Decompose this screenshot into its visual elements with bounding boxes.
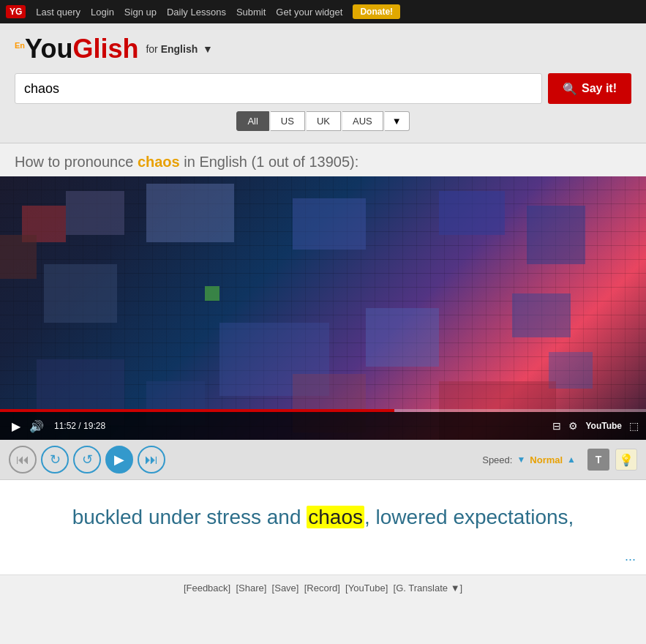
video-placeholder — [0, 176, 646, 440]
skip-forward-button[interactable]: ⏭ — [138, 446, 165, 473]
donate-button[interactable]: Donate! — [353, 4, 400, 19]
transcript-tools: T 💡 — [587, 449, 637, 471]
more-button[interactable]: ··· — [625, 552, 636, 567]
speed-value: Normal — [530, 454, 563, 465]
heading-word: chaos — [138, 154, 180, 170]
speed-up-button[interactable]: ▲ — [567, 454, 576, 465]
youtube-link[interactable]: [YouTube] — [345, 583, 388, 594]
video-right-controls: ⊟ ⚙ YouTube ⬚ — [552, 420, 639, 432]
logo: EnYouGlish — [15, 34, 138, 64]
language-label: English — [161, 43, 198, 55]
yg-logo-badge: YG — [6, 5, 26, 18]
search-row: 🔍 Say it! — [15, 73, 631, 104]
language-dropdown-arrow[interactable]: ▼ — [203, 43, 213, 55]
play-pause-button[interactable]: ▶ — [7, 419, 25, 433]
top-navbar: YG Last query Login Sign up Daily Lesson… — [0, 0, 646, 23]
search-input[interactable] — [15, 73, 542, 104]
submit-link[interactable]: Submit — [236, 7, 266, 18]
header: EnYouGlish for English ▼ 🔍 Say it! All U… — [0, 23, 646, 143]
video-container[interactable]: ▶ 🔊 11:52 / 19:28 ⊟ ⚙ YouTube ⬚ — [0, 176, 646, 440]
for-label: for — [146, 43, 157, 55]
filter-row: All US UK AUS ▼ — [15, 111, 631, 131]
widget-link[interactable]: Get your widget — [276, 7, 342, 18]
save-link[interactable]: [Save] — [272, 583, 299, 594]
say-it-button[interactable]: 🔍 Say it! — [548, 73, 631, 104]
feedback-link[interactable]: [Feedback] — [184, 583, 230, 594]
filter-all-button[interactable]: All — [236, 111, 268, 131]
filter-uk-button[interactable]: UK — [307, 111, 341, 131]
footer-links: [Feedback] [Share] [Save] [Record] [YouT… — [0, 575, 646, 601]
signup-link[interactable]: Sign up — [124, 7, 157, 18]
heading-suffix: in English (1 out of 13905): — [180, 154, 359, 170]
video-controls: ▶ 🔊 11:52 / 19:28 ⊟ ⚙ YouTube ⬚ — [0, 412, 646, 440]
language-selector[interactable]: for English ▼ — [146, 43, 213, 55]
record-link[interactable]: [Record] — [304, 583, 340, 594]
pronounce-heading: How to pronounce chaos in English (1 out… — [0, 143, 646, 176]
gtranslate-link[interactable]: [G. Translate ▼] — [394, 583, 463, 594]
speed-down-button[interactable]: ▼ — [517, 454, 525, 465]
subtitles-icon[interactable]: ⊟ — [552, 420, 561, 432]
skip-to-start-button[interactable]: ⏮ — [9, 446, 37, 473]
transcript-toggle-button[interactable]: T — [587, 449, 609, 471]
heading-prefix: How to pronounce — [15, 154, 138, 170]
login-link[interactable]: Login — [91, 7, 114, 18]
refresh-button[interactable]: ↺ — [73, 446, 101, 473]
video-section: ▶ 🔊 11:52 / 19:28 ⊟ ⚙ YouTube ⬚ — [0, 176, 646, 440]
transcript-before: buckled under stress and — [72, 506, 307, 528]
logo-area: EnYouGlish for English ▼ — [15, 34, 631, 64]
youtube-logo: YouTube — [585, 421, 622, 431]
settings-icon[interactable]: ⚙ — [568, 420, 578, 432]
cast-icon[interactable]: ⬚ — [629, 420, 639, 432]
video-time: 11:52 / 19:28 — [54, 421, 105, 431]
speed-control: Speed: ▼ Normal ▲ — [482, 454, 576, 465]
logo-glish: Glish — [72, 34, 138, 64]
say-it-label: Say it! — [582, 82, 617, 95]
transcript-text: buckled under stress and chaos, lowered … — [22, 502, 624, 533]
player-controls-row: ⏮ ↻ ↺ ▶ ⏭ Speed: ▼ Normal ▲ T 💡 — [0, 440, 646, 480]
logo-en: En — [15, 41, 25, 50]
transcript-highlight: chaos — [307, 506, 364, 528]
logo-you: EnYou — [15, 36, 72, 62]
play-button[interactable]: ▶ — [105, 446, 133, 473]
transcript-after: , lowered expectations, — [364, 506, 574, 528]
last-query-link[interactable]: Last query — [36, 7, 80, 18]
hint-button[interactable]: 💡 — [615, 449, 637, 471]
filter-us-button[interactable]: US — [271, 111, 305, 131]
filter-aus-button[interactable]: AUS — [342, 111, 383, 131]
speed-label: Speed: — [482, 454, 512, 465]
search-icon: 🔍 — [563, 82, 577, 96]
transcript-area: buckled under stress and chaos, lowered … — [0, 480, 646, 575]
filter-more-dropdown[interactable]: ▼ — [385, 111, 410, 131]
volume-button[interactable]: 🔊 — [25, 419, 48, 433]
replay-button[interactable]: ↻ — [41, 446, 69, 473]
share-link[interactable]: [Share] — [236, 583, 266, 594]
daily-lessons-link[interactable]: Daily Lessons — [167, 7, 226, 18]
